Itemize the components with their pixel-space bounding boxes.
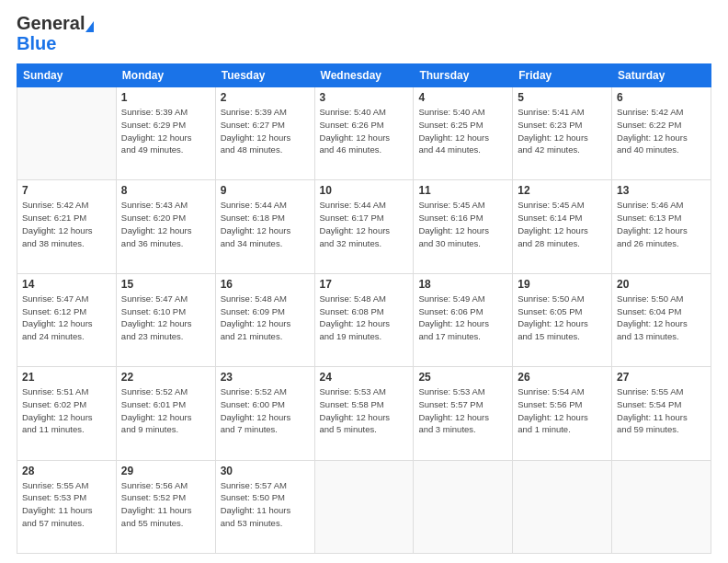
day-info: Sunrise: 5:52 AMSunset: 6:00 PMDaylight:… [221, 385, 310, 436]
calendar-cell [513, 460, 612, 553]
calendar-cell: 21Sunrise: 5:51 AMSunset: 6:02 PMDayligh… [17, 367, 117, 460]
day-info: Sunrise: 5:48 AMSunset: 6:08 PMDaylight:… [320, 293, 409, 343]
day-info: Sunrise: 5:42 AMSunset: 6:22 PMDaylight:… [617, 106, 706, 156]
day-number: 7 [22, 184, 111, 197]
calendar-cell: 12Sunrise: 5:45 AMSunset: 6:14 PMDayligh… [513, 180, 612, 273]
calendar-cell: 20Sunrise: 5:50 AMSunset: 6:04 PMDayligh… [612, 273, 711, 366]
calendar-cell: 1Sunrise: 5:39 AMSunset: 6:29 PMDaylight… [116, 87, 215, 180]
day-info: Sunrise: 5:41 AMSunset: 6:23 PMDaylight:… [518, 106, 607, 156]
day-number: 16 [221, 278, 310, 291]
day-info: Sunrise: 5:39 AMSunset: 6:27 PMDaylight:… [221, 106, 310, 156]
calendar-week-5: 28Sunrise: 5:55 AMSunset: 5:53 PMDayligh… [17, 460, 711, 553]
day-number: 20 [617, 278, 706, 291]
calendar-cell [314, 460, 414, 553]
day-number: 5 [518, 91, 607, 104]
day-number: 9 [221, 184, 310, 197]
day-info: Sunrise: 5:46 AMSunset: 6:13 PMDaylight:… [617, 199, 706, 249]
logo: General Blue [17, 13, 94, 54]
day-number: 12 [518, 184, 607, 197]
calendar-header-tuesday: Tuesday [215, 64, 314, 87]
day-number: 19 [518, 278, 607, 291]
day-info: Sunrise: 5:44 AMSunset: 6:18 PMDaylight:… [221, 199, 310, 249]
day-number: 10 [320, 184, 409, 197]
calendar-cell: 30Sunrise: 5:57 AMSunset: 5:50 PMDayligh… [215, 460, 314, 553]
day-info: Sunrise: 5:40 AMSunset: 6:26 PMDaylight:… [320, 106, 409, 156]
day-info: Sunrise: 5:40 AMSunset: 6:25 PMDaylight:… [418, 106, 507, 156]
day-number: 28 [22, 465, 111, 477]
calendar-cell: 19Sunrise: 5:50 AMSunset: 6:05 PMDayligh… [513, 273, 612, 366]
day-info: Sunrise: 5:42 AMSunset: 6:21 PMDaylight:… [22, 199, 111, 249]
calendar-cell: 6Sunrise: 5:42 AMSunset: 6:22 PMDaylight… [612, 87, 711, 180]
day-info: Sunrise: 5:49 AMSunset: 6:06 PMDaylight:… [418, 293, 507, 343]
day-number: 18 [418, 278, 507, 291]
calendar-cell: 25Sunrise: 5:53 AMSunset: 5:57 PMDayligh… [414, 367, 513, 460]
day-number: 15 [121, 278, 210, 291]
calendar-cell: 28Sunrise: 5:55 AMSunset: 5:53 PMDayligh… [17, 460, 117, 553]
logo-gen: General [17, 13, 85, 33]
day-info: Sunrise: 5:54 AMSunset: 5:56 PMDaylight:… [518, 385, 607, 436]
calendar-cell: 18Sunrise: 5:49 AMSunset: 6:06 PMDayligh… [414, 273, 513, 366]
day-number: 11 [418, 184, 507, 197]
day-number: 3 [320, 91, 409, 104]
calendar-cell: 11Sunrise: 5:45 AMSunset: 6:16 PMDayligh… [414, 180, 513, 273]
day-number: 23 [221, 371, 310, 384]
day-info: Sunrise: 5:53 AMSunset: 5:57 PMDaylight:… [418, 385, 507, 436]
day-number: 30 [221, 465, 310, 477]
day-info: Sunrise: 5:48 AMSunset: 6:09 PMDaylight:… [221, 293, 310, 343]
calendar-week-4: 21Sunrise: 5:51 AMSunset: 6:02 PMDayligh… [17, 367, 711, 460]
calendar-week-3: 14Sunrise: 5:47 AMSunset: 6:12 PMDayligh… [17, 273, 711, 366]
day-info: Sunrise: 5:56 AMSunset: 5:52 PMDaylight:… [121, 479, 210, 530]
calendar-cell [17, 87, 117, 180]
calendar-cell: 26Sunrise: 5:54 AMSunset: 5:56 PMDayligh… [513, 367, 612, 460]
day-info: Sunrise: 5:50 AMSunset: 6:04 PMDaylight:… [617, 293, 706, 343]
calendar-cell: 5Sunrise: 5:41 AMSunset: 6:23 PMDaylight… [513, 87, 612, 180]
calendar-cell: 15Sunrise: 5:47 AMSunset: 6:10 PMDayligh… [116, 273, 215, 366]
day-number: 27 [617, 371, 706, 384]
logo-blue: Blue [17, 33, 56, 54]
day-info: Sunrise: 5:39 AMSunset: 6:29 PMDaylight:… [121, 106, 210, 156]
day-info: Sunrise: 5:55 AMSunset: 5:54 PMDaylight:… [617, 385, 706, 436]
day-info: Sunrise: 5:43 AMSunset: 6:20 PMDaylight:… [121, 199, 210, 249]
day-info: Sunrise: 5:52 AMSunset: 6:01 PMDaylight:… [121, 385, 210, 436]
calendar-cell: 3Sunrise: 5:40 AMSunset: 6:26 PMDaylight… [314, 87, 414, 180]
calendar-cell [414, 460, 513, 553]
calendar-cell: 24Sunrise: 5:53 AMSunset: 5:58 PMDayligh… [314, 367, 414, 460]
day-number: 26 [518, 371, 607, 384]
day-number: 25 [418, 371, 507, 384]
calendar-header-saturday: Saturday [612, 64, 711, 87]
day-info: Sunrise: 5:50 AMSunset: 6:05 PMDaylight:… [518, 293, 607, 343]
calendar-cell: 8Sunrise: 5:43 AMSunset: 6:20 PMDaylight… [116, 180, 215, 273]
calendar-cell: 29Sunrise: 5:56 AMSunset: 5:52 PMDayligh… [116, 460, 215, 553]
day-number: 6 [617, 91, 706, 104]
day-number: 1 [121, 91, 210, 104]
day-info: Sunrise: 5:51 AMSunset: 6:02 PMDaylight:… [22, 385, 111, 436]
calendar-cell: 4Sunrise: 5:40 AMSunset: 6:25 PMDaylight… [414, 87, 513, 180]
day-info: Sunrise: 5:45 AMSunset: 6:14 PMDaylight:… [518, 199, 607, 249]
calendar-cell: 2Sunrise: 5:39 AMSunset: 6:27 PMDaylight… [215, 87, 314, 180]
calendar-cell [612, 460, 711, 553]
calendar-header-sunday: Sunday [17, 64, 117, 87]
calendar-header-friday: Friday [513, 64, 612, 87]
calendar-cell: 23Sunrise: 5:52 AMSunset: 6:00 PMDayligh… [215, 367, 314, 460]
calendar-cell: 9Sunrise: 5:44 AMSunset: 6:18 PMDaylight… [215, 180, 314, 273]
day-number: 17 [320, 278, 409, 291]
day-number: 14 [22, 278, 111, 291]
calendar-cell: 16Sunrise: 5:48 AMSunset: 6:09 PMDayligh… [215, 273, 314, 366]
day-number: 29 [121, 465, 210, 477]
day-info: Sunrise: 5:57 AMSunset: 5:50 PMDaylight:… [221, 479, 310, 530]
page: General Blue SundayMondayTuesdayWednesda… [0, 0, 728, 563]
logo-triangle-icon [85, 21, 94, 32]
day-info: Sunrise: 5:55 AMSunset: 5:53 PMDaylight:… [22, 479, 111, 530]
day-info: Sunrise: 5:47 AMSunset: 6:10 PMDaylight:… [121, 293, 210, 343]
calendar-cell: 14Sunrise: 5:47 AMSunset: 6:12 PMDayligh… [17, 273, 117, 366]
calendar-header-wednesday: Wednesday [314, 64, 414, 87]
day-info: Sunrise: 5:47 AMSunset: 6:12 PMDaylight:… [22, 293, 111, 343]
day-number: 4 [418, 91, 507, 104]
calendar-header-row: SundayMondayTuesdayWednesdayThursdayFrid… [17, 64, 711, 87]
calendar-cell: 13Sunrise: 5:46 AMSunset: 6:13 PMDayligh… [612, 180, 711, 273]
calendar-cell: 27Sunrise: 5:55 AMSunset: 5:54 PMDayligh… [612, 367, 711, 460]
day-number: 22 [121, 371, 210, 384]
day-number: 24 [320, 371, 409, 384]
calendar-cell: 7Sunrise: 5:42 AMSunset: 6:21 PMDaylight… [17, 180, 117, 273]
day-number: 2 [221, 91, 310, 104]
